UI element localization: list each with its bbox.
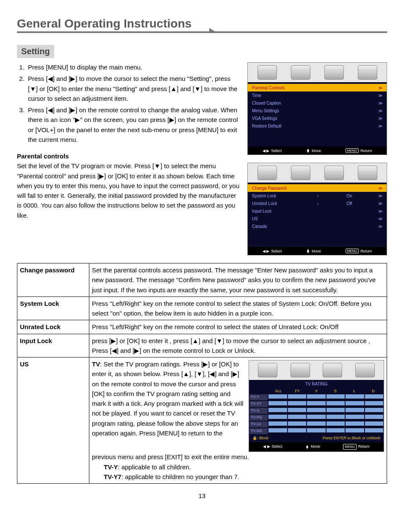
rating-row: TV-14 xyxy=(249,421,384,428)
osd-footer: ◀ ▶ Select ▲▼ Move MENU Return xyxy=(249,442,384,452)
row-key: Input Lock xyxy=(17,334,89,357)
osd-tab-icon xyxy=(358,166,377,180)
osd-footer: ◀ ▶ Select ▲▼ Move MENU Return xyxy=(248,147,387,155)
row-val: Press "Left/Right" key on the remote con… xyxy=(89,296,387,320)
step-3: Press [◀] and [▶] on the remote control … xyxy=(26,105,241,144)
row-val: Press "Left/Right" key on the remote con… xyxy=(89,320,387,334)
parental-table: Change password Set the parental control… xyxy=(17,263,387,484)
row-val-us: TV: Set the TV program ratings. Press [▶… xyxy=(89,357,387,484)
osd-tab-icon xyxy=(358,65,377,80)
osd-item: Change Password≫ xyxy=(248,184,387,192)
osd-settings-menu: Parental Controls≫Time≫Closed Caption≫Me… xyxy=(247,62,387,155)
osd-tab-icon xyxy=(257,166,277,180)
tv-text: : Set the TV program ratings. Press [▶] … xyxy=(92,360,244,437)
osd-tab-icon xyxy=(291,65,310,80)
osd-tab-icon xyxy=(324,65,344,80)
osd-tab-icon xyxy=(291,166,310,180)
osd-tab-icon xyxy=(257,65,277,80)
osd-tab-icon xyxy=(323,363,342,377)
osd-footer: ◀ ▶ Select ▲▼ Move MENU Return xyxy=(248,247,387,255)
parental-heading: Parental controls xyxy=(17,151,241,161)
osd-item: Time≫ xyxy=(248,91,387,99)
page-number: 13 xyxy=(17,492,387,499)
section-heading-wrap: Setting xyxy=(17,45,387,58)
parental-body: Set the level of the TV program or movie… xyxy=(17,161,241,220)
osd-item: VGA Settings≫ xyxy=(248,114,387,122)
tv-tail: previous menu and press [EXIT] to exit t… xyxy=(92,452,384,462)
rating-title: TV RATING xyxy=(249,380,384,388)
osd-item: Input Lock≫ xyxy=(248,207,387,215)
section-heading: Setting xyxy=(17,45,54,58)
osd-tv-rating: TV RATING ALLFYVSLD TV-YTV-Y7TV-GTV-PGTV… xyxy=(249,360,384,452)
tvy-label: TV-Y xyxy=(104,463,118,471)
osd-item: Closed Caption≫ xyxy=(248,99,387,107)
rating-row: TV-Y7 xyxy=(249,401,384,407)
page-header: General Operating Instructions xyxy=(17,17,387,33)
row-key: Change password xyxy=(17,263,89,297)
instructions-column: Press [MENU] to display the main menu. P… xyxy=(17,62,241,220)
row-key: System Lock xyxy=(17,296,89,320)
osd-item: System Lock‹On≫ xyxy=(248,192,387,200)
osd-item: Canada≫ xyxy=(248,222,387,230)
osd-column: Parental Controls≫Time≫Closed Caption≫Me… xyxy=(247,62,387,255)
rating-row: TV-G xyxy=(249,407,384,414)
rating-row: TV-Y xyxy=(249,394,384,401)
step-1: Press [MENU] to display the main menu. xyxy=(26,62,241,72)
osd-item: Unrated Lock‹Off≫ xyxy=(248,200,387,207)
rating-row: TV-PG xyxy=(249,414,384,421)
osd-item: US≫ xyxy=(248,215,387,222)
osd-tab-icon xyxy=(355,363,375,377)
osd-item: Restore Default≫ xyxy=(248,122,387,130)
page-title: General Operating Instructions xyxy=(17,17,209,33)
osd-tab-icon xyxy=(324,166,344,180)
step-2: Press [◀] and [▶] to move the cursor to … xyxy=(26,74,241,103)
osd-item: Parental Controls≫ xyxy=(248,84,387,91)
rating-row: TV-MA xyxy=(249,428,384,435)
osd-item: Menu Settings≫ xyxy=(248,107,387,114)
row-val: Set the parental controls access passwor… xyxy=(89,263,387,297)
row-key: Unrated Lock xyxy=(17,320,89,334)
row-key: US xyxy=(17,357,89,484)
osd-parental-menu: Change Password≫System Lock‹On≫Unrated L… xyxy=(247,163,387,255)
osd-tab-icon xyxy=(258,363,277,377)
osd-tab-icon xyxy=(291,363,310,377)
tv-label: TV xyxy=(92,360,100,368)
tvy7-label: TV-Y7 xyxy=(104,473,122,480)
row-val: press [▶] or [OK] to enter it , press [▲… xyxy=(89,334,387,357)
